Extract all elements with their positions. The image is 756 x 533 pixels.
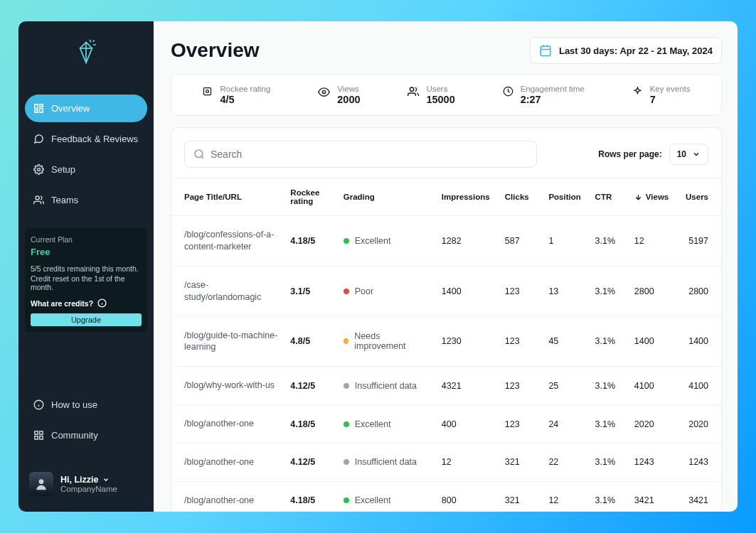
- dashboard-icon: [33, 103, 44, 114]
- cell-grading: Needs improvement: [338, 316, 436, 367]
- col-header-users[interactable]: Users: [677, 178, 721, 216]
- col-header-impressions[interactable]: Impressions: [436, 178, 499, 216]
- cell-position: 24: [543, 405, 589, 443]
- cell-views: 2020: [629, 405, 677, 443]
- sidebar-item-label: Overview: [51, 103, 90, 114]
- stat-label: Users: [426, 85, 454, 93]
- stat-users: Users 15000: [408, 85, 454, 105]
- cell-ctr: 3.1%: [590, 443, 629, 482]
- cell-grading: Excellent: [338, 405, 436, 443]
- sidebar-item-howto[interactable]: How to use: [25, 391, 147, 419]
- stat-value: 2000: [337, 94, 360, 105]
- community-icon: [33, 430, 44, 441]
- sidebar-item-overview[interactable]: Overview: [25, 95, 147, 122]
- table-row[interactable]: /blog/guide-to-machine-learning 4.8/5 Ne…: [171, 316, 721, 367]
- cell-users: 4100: [677, 367, 721, 405]
- col-header-rating[interactable]: Rockee rating: [284, 178, 337, 216]
- what-credits-label: What are credits?: [31, 299, 93, 308]
- search-input[interactable]: [211, 149, 528, 160]
- stat-label: Key events: [650, 85, 691, 93]
- table-row[interactable]: /blog/confessions-of-a-content-marketer …: [171, 216, 721, 266]
- svg-point-26: [195, 150, 203, 158]
- col-header-url[interactable]: Page Title/URL: [171, 178, 284, 216]
- cell-ctr: 3.1%: [590, 316, 629, 367]
- cell-clicks: 123: [499, 367, 543, 405]
- svg-rect-13: [40, 431, 43, 434]
- date-range-picker[interactable]: Last 30 days: Apr 22 - 21 May, 2024: [530, 37, 722, 64]
- cell-views: 12: [629, 216, 677, 266]
- stat-label: Rockee rating: [220, 85, 270, 93]
- col-header-views[interactable]: Views: [629, 178, 677, 216]
- cell-ctr: 3.1%: [590, 216, 629, 266]
- stat-value: 4/5: [220, 94, 270, 105]
- stat-value: 2:27: [521, 94, 585, 105]
- col-header-ctr[interactable]: CTR: [590, 178, 629, 216]
- svg-rect-2: [40, 109, 43, 113]
- cell-clicks: 123: [499, 266, 543, 316]
- rows-per-page-value: 10: [677, 149, 686, 159]
- cell-rating: 3.1/5: [284, 266, 337, 316]
- table-row[interactable]: /case-study/orlandomagic 3.1/5 Poor 1400…: [171, 266, 721, 316]
- cell-grading: Insufficient data: [338, 443, 436, 482]
- sidebar-item-community[interactable]: Community: [25, 421, 147, 449]
- cell-rating: 4.18/5: [284, 481, 337, 512]
- users-icon: [408, 86, 419, 100]
- sidebar-item-label: Setup: [51, 164, 75, 175]
- user-menu[interactable]: Hi, Lizzie CompanyName: [25, 466, 147, 502]
- cell-impressions: 1400: [436, 266, 499, 316]
- stat-rockee-rating: Rockee rating 4/5: [202, 85, 270, 105]
- sidebar-item-setup[interactable]: Setup: [25, 156, 147, 183]
- sidebar-item-teams[interactable]: Teams: [25, 186, 147, 214]
- stat-key-events: Key events 7: [632, 85, 691, 105]
- what-credits-link[interactable]: What are credits?: [31, 298, 142, 308]
- main-content: Overview Last 30 days: Apr 22 - 21 May, …: [154, 21, 738, 512]
- upgrade-button[interactable]: Upgrade: [31, 313, 142, 326]
- cell-users: 1243: [677, 443, 721, 482]
- cell-users: 2020: [677, 405, 721, 443]
- cell-rating: 4.18/5: [284, 216, 337, 266]
- sparkle-icon: [632, 86, 643, 99]
- cell-clicks: 123: [499, 405, 543, 443]
- table-row[interactable]: /blog/why-work-with-us 4.12/5 Insufficie…: [171, 367, 721, 405]
- eye-icon: [318, 86, 330, 101]
- col-header-clicks[interactable]: Clicks: [499, 178, 543, 216]
- cell-grading: Insufficient data: [338, 367, 436, 405]
- clock-icon: [503, 86, 513, 99]
- plan-title: Current Plan: [31, 235, 142, 244]
- plan-name: Free: [31, 247, 142, 257]
- table-row[interactable]: /blog/another-one 4.18/5 Excellent 400 1…: [171, 405, 721, 443]
- col-header-grading[interactable]: Grading: [338, 178, 436, 216]
- svg-rect-3: [35, 110, 38, 112]
- plan-credits: 5/5 credits remaining this month.: [31, 264, 142, 273]
- sidebar-item-label: Teams: [51, 195, 78, 205]
- rows-per-page-select[interactable]: 10: [669, 144, 708, 165]
- cell-url: /blog/guide-to-machine-learning: [171, 316, 284, 367]
- cell-position: 1: [543, 216, 589, 266]
- date-range-label: Last 30 days: Apr 22 - 21 May, 2024: [559, 45, 713, 56]
- svg-rect-0: [35, 104, 38, 109]
- cell-users: 1400: [677, 316, 721, 367]
- svg-point-5: [36, 196, 39, 200]
- cell-position: 12: [543, 481, 589, 512]
- svg-point-4: [38, 168, 41, 171]
- cell-views: 2800: [629, 266, 677, 316]
- cell-grading: Excellent: [338, 216, 436, 266]
- cell-impressions: 400: [436, 405, 499, 443]
- rows-per-page-label: Rows per page:: [598, 149, 661, 159]
- svg-rect-14: [35, 436, 38, 439]
- col-header-position[interactable]: Position: [543, 178, 589, 216]
- stats-card: Rockee rating 4/5 Views 2000 Users: [171, 74, 722, 116]
- table-row[interactable]: /blog/another-one 4.18/5 Excellent 800 3…: [171, 481, 721, 512]
- cell-ctr: 3.1%: [590, 481, 629, 512]
- search-input-wrapper[interactable]: [184, 141, 537, 168]
- table-row[interactable]: /blog/another-one 4.12/5 Insufficient da…: [171, 443, 721, 482]
- sidebar-item-label: How to use: [51, 399, 97, 410]
- svg-point-22: [206, 90, 209, 93]
- svg-rect-15: [40, 436, 43, 439]
- cell-impressions: 12: [436, 443, 499, 482]
- cell-rating: 4.12/5: [284, 367, 337, 405]
- grade-dot-icon: [344, 383, 349, 389]
- sidebar-item-feedback[interactable]: Feedback & Reviews: [25, 125, 147, 153]
- cell-clicks: 123: [499, 316, 543, 367]
- chat-icon: [33, 134, 44, 144]
